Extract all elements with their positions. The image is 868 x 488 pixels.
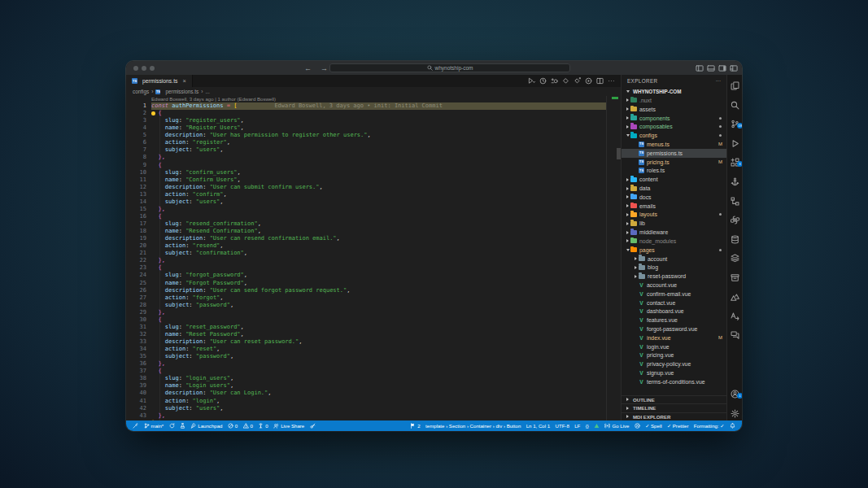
source-control-icon[interactable]: 19 [731, 117, 739, 126]
tree-item-signup.vue[interactable]: Vsignup.vue [622, 368, 726, 377]
command-center-search[interactable]: whynotship-com [329, 63, 570, 72]
archive-icon[interactable] [731, 271, 739, 280]
tree-item-.nuxt[interactable]: .nuxt [622, 96, 726, 105]
code-line-23[interactable]: 23 { [126, 264, 621, 272]
comments-icon[interactable] [731, 329, 739, 338]
minimize-window-button[interactable] [142, 66, 146, 71]
code-line-18[interactable]: 18 name: "Resend Confirmation", [126, 228, 621, 235]
tree-item-middleware[interactable]: middleware [622, 228, 726, 237]
code-line-11[interactable]: 11 name: "Confirm Users", [126, 176, 621, 184]
code-line-5[interactable]: 5 description: "User has permission to r… [126, 132, 621, 139]
status-item-todo-count[interactable]: 2 [408, 423, 423, 429]
mountains-icon[interactable] [731, 290, 739, 299]
tree-item-docs[interactable]: docs [622, 193, 726, 202]
tree-item-login.vue[interactable]: Vlogin.vue [622, 342, 726, 351]
code-line-44[interactable]: 44] as const; [126, 420, 621, 420]
editor-scrollbar[interactable] [617, 148, 621, 159]
code-line-13[interactable]: 13 action: "confirm", [126, 191, 621, 198]
tree-item-node_modules[interactable]: node_modules [622, 237, 726, 246]
status-item-encoding[interactable]: UTF-8 [552, 423, 572, 429]
code-line-30[interactable]: 30 { [126, 316, 621, 324]
code-line-40[interactable]: 40 description: "User can Login.", [126, 390, 621, 397]
code-line-43[interactable]: 43 }, [126, 412, 621, 420]
tree-item-permissions.ts[interactable]: TSpermissions.ts [622, 149, 726, 158]
code-line-28[interactable]: 28 subject: "password", [126, 302, 621, 309]
search-icon[interactable] [731, 98, 739, 107]
code-line-20[interactable]: 20 action: "resend", [126, 242, 621, 250]
code-line-8[interactable]: 8 }, [126, 154, 621, 161]
status-item-go-live[interactable]: Go Live [602, 423, 631, 429]
anchor-icon[interactable] [731, 175, 739, 184]
layout-sidebar-left-icon[interactable] [696, 64, 704, 72]
code-line-12[interactable]: 12 description: "User can submit confirm… [126, 184, 621, 191]
code-line-21[interactable]: 21 subject: "confirmation", [126, 250, 621, 257]
code-line-25[interactable]: 25 name: "Forgot Password", [126, 280, 621, 287]
code-line-10[interactable]: 10 slug: "confirm_users", [126, 169, 621, 176]
breadcrumb-symbol[interactable]: ... [205, 89, 209, 94]
code-line-34[interactable]: 34 action: "reset", [126, 346, 621, 353]
tree-item-content[interactable]: content [622, 175, 726, 184]
more-actions-icon[interactable]: ··· [716, 78, 721, 84]
lightbulb-icon[interactable] [151, 111, 155, 115]
breadcrumb-configs[interactable]: configs [133, 89, 149, 94]
tree-item-pricing.ts[interactable]: TSpricing.tsM [622, 158, 726, 167]
tree-item-emails[interactable]: emails [622, 202, 726, 211]
close-tab-icon[interactable]: × [182, 77, 185, 85]
back-icon[interactable]: ← [304, 64, 312, 72]
tree-item-account[interactable]: account [622, 255, 726, 264]
tree-item-components[interactable]: components [622, 114, 726, 123]
status-item-warnings[interactable]: 0 [240, 423, 255, 429]
status-item-live-share[interactable]: Live Share [271, 423, 308, 429]
sidebar-section-mdi-explorer[interactable]: MDI EXPLORER [622, 412, 726, 421]
status-item-sync[interactable] [166, 423, 177, 429]
explorer-icon[interactable] [731, 79, 739, 88]
tree-item-menus.ts[interactable]: TSmenus.tsM [622, 140, 726, 149]
run-icon[interactable] [528, 77, 535, 85]
code-line-9[interactable]: 9 { [126, 162, 621, 169]
status-item-deploy[interactable] [591, 423, 602, 429]
tree-item-pages[interactable]: pages [622, 246, 726, 255]
code-line-29[interactable]: 29 }, [126, 309, 621, 316]
run-debug-icon[interactable] [731, 137, 739, 146]
status-item-remote-tools[interactable] [130, 423, 141, 429]
timeline-icon[interactable] [539, 77, 547, 85]
code-editor[interactable]: Edward Boswell, 3 days ago | 1 author (E… [126, 96, 621, 420]
layout-customize-icon[interactable] [730, 64, 738, 72]
status-item-cursor-position[interactable]: Ln 1, Col 1 [523, 423, 552, 429]
status-item-git-branch[interactable]: main* [141, 423, 166, 429]
breadcrumb-file[interactable]: permissions.ts [165, 89, 198, 94]
status-item-ports[interactable]: 0 [255, 423, 271, 429]
extensions-icon[interactable]: 3 [731, 155, 739, 164]
code-line-2[interactable]: 2 { [126, 110, 621, 117]
zoom-window-button[interactable] [150, 66, 155, 71]
sidebar-section-timeline[interactable]: TIMELINE [622, 403, 726, 412]
status-item-tag-path[interactable]: template › Section › Container › div › B… [423, 423, 524, 429]
code-line-24[interactable]: 24 slug: "forgot_password", [126, 272, 621, 279]
more-icon[interactable] [608, 77, 615, 85]
tree-item-blog[interactable]: blog [622, 263, 726, 272]
project-root-row[interactable]: WHYNOTSHIP-COM [622, 87, 726, 96]
tree-item-data[interactable]: data [622, 184, 726, 193]
code-line-36[interactable]: 36 }, [126, 360, 621, 368]
code-line-32[interactable]: 32 name: "Reset Password", [126, 331, 621, 338]
tree-item-privacy-policy.vue[interactable]: Vprivacy-policy.vue [622, 359, 726, 368]
code-line-26[interactable]: 26 description: "User can send forgot pa… [126, 287, 621, 294]
tab-permissions-ts[interactable]: TS permissions.ts × [126, 75, 193, 87]
code-line-6[interactable]: 6 action: "register", [126, 139, 621, 146]
status-item-notifications[interactable] [727, 423, 738, 429]
code-line-38[interactable]: 38 slug: "login_users", [126, 375, 621, 382]
code-line-16[interactable]: 16 { [126, 213, 621, 220]
tree-item-contact.vue[interactable]: Vcontact.vue [622, 298, 726, 307]
tree-item-assets[interactable]: assets [622, 105, 726, 114]
tree-item-confirm-email.vue[interactable]: Vconfirm-email.vue [622, 290, 726, 298]
settings-icon[interactable] [731, 407, 739, 416]
layout-sidebar-right-icon[interactable] [718, 64, 726, 72]
status-item-key[interactable] [307, 423, 317, 429]
status-item-prettier[interactable]: ✓ Prettier [665, 423, 691, 429]
code-line-33[interactable]: 33 description: "User can reset password… [126, 338, 621, 346]
tree-item-configs[interactable]: configs [622, 131, 726, 140]
status-item-formatting[interactable]: Formatting: ✓ [691, 423, 727, 429]
status-item-language-mode[interactable]: {} [582, 423, 591, 429]
status-item-errors[interactable]: 0 [225, 423, 241, 429]
tree-item-reset-password[interactable]: reset-password [622, 272, 726, 281]
